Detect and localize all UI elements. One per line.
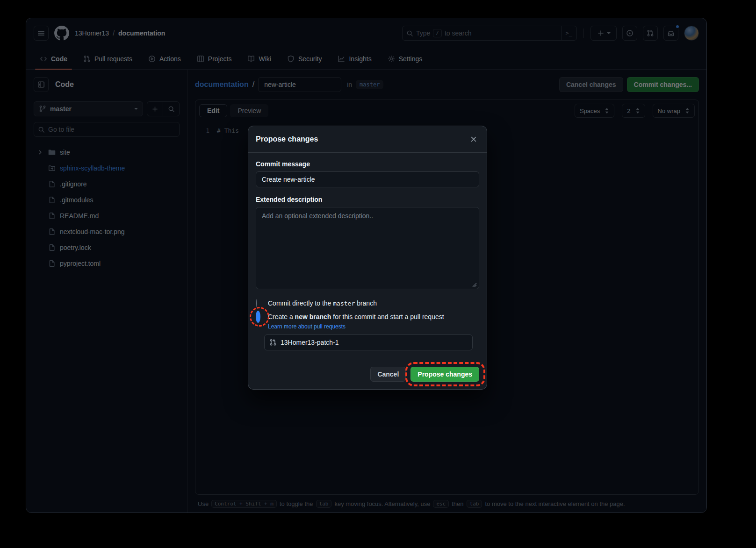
radio-option-commit-direct[interactable]: Commit directly to the master branch: [256, 299, 479, 307]
radio-unselected[interactable]: [256, 299, 257, 307]
extended-description-textarea[interactable]: [256, 207, 479, 289]
dialog-header: Propose changes: [248, 126, 487, 153]
propose-changes-dialog: Propose changes Commit message Extended …: [248, 126, 487, 390]
radio-direct-label: Commit directly to the master branch: [268, 299, 377, 307]
dialog-footer: Cancel Propose changes: [248, 359, 487, 389]
close-button[interactable]: [468, 134, 479, 145]
close-icon: [470, 136, 477, 142]
annotation-dashed-rectangle: [405, 362, 485, 386]
commit-message-label: Commit message: [256, 160, 479, 168]
extended-description-label: Extended description: [256, 196, 479, 203]
resize-grip-icon[interactable]: [472, 283, 477, 287]
learn-more-link[interactable]: Learn more about pull requests: [268, 323, 479, 330]
git-pull-request-icon: [269, 339, 277, 346]
radio-branch-label: Create a new branch for this commit and …: [268, 313, 444, 320]
commit-message-input[interactable]: [256, 171, 479, 187]
dialog-body: Commit message Extended description Comm…: [248, 153, 487, 359]
branch-name-inline: master: [333, 300, 355, 307]
github-window: 13Homer13 / documentation Type / to sear…: [26, 18, 707, 513]
dialog-title: Propose changes: [256, 135, 468, 143]
new-branch-name-input[interactable]: [264, 334, 473, 350]
cancel-button[interactable]: Cancel: [370, 367, 406, 382]
radio-option-new-branch[interactable]: Create a new branch for this commit and …: [256, 313, 479, 320]
